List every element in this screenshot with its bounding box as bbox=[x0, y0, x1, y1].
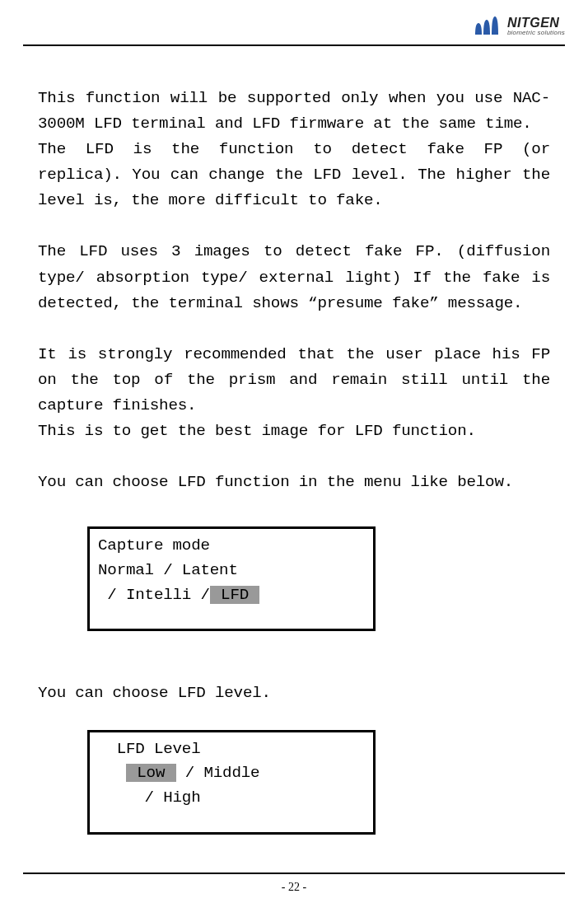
page-number: - 22 - bbox=[0, 881, 588, 894]
brand-name: NITGEN bbox=[507, 16, 565, 30]
capture-mode-line-2: Normal / Latent bbox=[98, 559, 365, 583]
capture-mode-selected: LFD bbox=[210, 586, 260, 604]
brand-tagline: biometric solutions bbox=[507, 30, 565, 36]
lfd-level-line-2: Low / Middle bbox=[98, 761, 365, 786]
page-footer: - 22 - bbox=[0, 873, 588, 894]
capture-mode-title: Capture mode bbox=[98, 534, 365, 559]
paragraph-2: The LFD is the function to detect fake F… bbox=[38, 137, 550, 213]
paragraph-7: You can choose LFD level. bbox=[38, 681, 550, 706]
page-header: NITGEN biometric solutions bbox=[0, 0, 588, 44]
brand-mark-icon bbox=[474, 15, 502, 38]
capture-mode-menu: Capture mode Normal / Latent / Intelli /… bbox=[87, 526, 376, 631]
lfd-level-menu: LFD Level Low / Middle / High bbox=[87, 730, 376, 835]
brand-text: NITGEN biometric solutions bbox=[507, 16, 565, 36]
footer-rule bbox=[23, 873, 565, 874]
paragraph-3: The LFD uses 3 images to detect fake FP.… bbox=[38, 239, 550, 316]
paragraph-4: It is strongly recommended that the user… bbox=[38, 342, 550, 419]
paragraph-6: You can choose LFD function in the menu … bbox=[38, 470, 550, 495]
page-content: This function will be supported only whe… bbox=[0, 46, 588, 835]
brand-logo: NITGEN biometric solutions bbox=[474, 15, 565, 38]
lfd-level-title: LFD Level bbox=[98, 737, 365, 762]
lfd-level-selected: Low bbox=[126, 764, 176, 782]
paragraph-5: This is to get the best image for LFD fu… bbox=[38, 419, 550, 444]
lfd-level-line-3: / High bbox=[98, 786, 365, 811]
paragraph-1: This function will be supported only whe… bbox=[38, 86, 550, 137]
capture-mode-line-3: / Intelli / LFD bbox=[98, 583, 365, 608]
